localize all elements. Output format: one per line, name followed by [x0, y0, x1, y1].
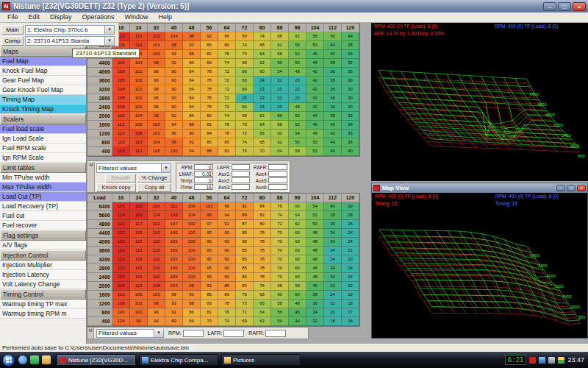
grid-cell[interactable]: 92: [165, 59, 183, 68]
grid-cell[interactable]: 90: [165, 85, 183, 94]
grid-cell[interactable]: 38: [306, 291, 324, 300]
grid-cell[interactable]: 66: [236, 103, 254, 112]
taskbar-button-pictures[interactable]: Pictures: [221, 354, 301, 366]
grid-cell[interactable]: 119: [130, 211, 148, 220]
grid-cell[interactable]: 46: [306, 50, 324, 59]
grid-cell[interactable]: 91: [165, 308, 183, 317]
grid-cell[interactable]: 34: [342, 121, 359, 130]
grid-cell[interactable]: 60: [289, 238, 306, 247]
grid-cell[interactable]: 50: [306, 138, 324, 147]
grid-cell[interactable]: 36: [324, 85, 342, 94]
grid-cell[interactable]: 66: [236, 85, 254, 94]
grid-cell[interactable]: 84: [183, 77, 201, 85]
grid-cell[interactable]: 74: [218, 59, 236, 68]
grid-cell[interactable]: 84: [183, 103, 201, 112]
grid-cell[interactable]: 64: [289, 211, 306, 220]
grid-cell[interactable]: 98: [165, 41, 183, 50]
grid-cell[interactable]: 100: [165, 147, 183, 156]
grid-cell[interactable]: 90: [183, 291, 201, 300]
grid-cell[interactable]: 38: [324, 112, 342, 121]
grid-cell[interactable]: 52: [289, 121, 306, 130]
grid-cell[interactable]: 115: [130, 238, 148, 247]
grid-cell[interactable]: 93: [201, 282, 218, 291]
grid-cell[interactable]: 62: [254, 59, 271, 68]
minimized-window-stub[interactable]: M: [87, 328, 94, 339]
grid-cell[interactable]: 70: [271, 238, 289, 247]
grid-cell[interactable]: 38: [342, 41, 359, 50]
grid-cell[interactable]: 34: [324, 229, 342, 238]
grid-cell[interactable]: 98: [183, 32, 201, 41]
menu-operations[interactable]: Operations: [77, 13, 120, 22]
grid-cell[interactable]: 22: [289, 85, 306, 94]
grid-cell[interactable]: 18: [342, 300, 359, 308]
grid-cell[interactable]: 52: [306, 147, 324, 156]
grid-cell[interactable]: 108: [112, 77, 130, 85]
grid-cell[interactable]: 46: [324, 147, 342, 156]
main-map-button[interactable]: Main: [1, 25, 24, 35]
grid-cell[interactable]: 30: [342, 77, 359, 85]
smooth-button[interactable]: Smooth: [105, 174, 136, 183]
grid-cell[interactable]: 42: [306, 77, 324, 85]
sidebar-item-fuel-rpm-scale[interactable]: Fuel RPM scale: [0, 144, 86, 153]
sidebar-item-volt-latency-change[interactable]: Volt Latency Change: [0, 280, 86, 289]
grid-cell[interactable]: 24: [254, 103, 271, 112]
grid-cell[interactable]: 85: [236, 229, 254, 238]
sidebar-item-max-tpulse-width[interactable]: Max TPulse width: [0, 183, 86, 192]
sidebar-item-min-tpulse-width[interactable]: Min TPulse width: [0, 173, 86, 183]
grid-cell[interactable]: 48: [306, 273, 324, 282]
grid-cell[interactable]: 98: [183, 282, 201, 291]
grid-cell[interactable]: 107: [165, 220, 183, 229]
grid-cell[interactable]: 116: [130, 32, 148, 41]
grid-cell[interactable]: 42: [306, 94, 324, 103]
panel-field-value[interactable]: [268, 184, 287, 190]
grid-cell[interactable]: 87: [236, 220, 254, 229]
grid-cell[interactable]: 79: [201, 317, 218, 326]
grid-cell[interactable]: 32: [342, 59, 359, 68]
grid-cell[interactable]: 111: [165, 202, 183, 211]
grid-cell[interactable]: 70: [271, 264, 289, 273]
chevron-down-icon[interactable]: ▼: [104, 37, 114, 45]
grid-cell[interactable]: 30: [342, 94, 359, 103]
grid-cell[interactable]: 80: [218, 291, 236, 300]
grid-cell[interactable]: 85: [236, 247, 254, 255]
grid-cell[interactable]: 112: [130, 147, 148, 156]
grid-cell[interactable]: 86: [218, 32, 236, 41]
sidebar-item-knock-timing-map[interactable]: Knock Timing Map: [0, 105, 86, 114]
grid-cell[interactable]: 38: [324, 211, 342, 220]
grid-cell[interactable]: 40: [342, 147, 359, 156]
grid-cell[interactable]: 90: [165, 103, 183, 112]
grid-cell[interactable]: 96: [165, 130, 183, 138]
grid-cell[interactable]: 34: [324, 238, 342, 247]
grid-cell[interactable]: 120: [112, 247, 130, 255]
grid-cell[interactable]: 34: [342, 50, 359, 59]
grid-cell[interactable]: 48: [306, 238, 324, 247]
grid-cell[interactable]: 22: [271, 77, 289, 85]
grid-cell[interactable]: 105: [165, 255, 183, 264]
sidebar-item-warmup-timing-rpm-m[interactable]: Warmup timing RPM m: [0, 309, 86, 319]
grid-cell[interactable]: 70: [236, 50, 254, 59]
grid-cell[interactable]: 80: [218, 41, 236, 50]
grid-cell[interactable]: 90: [218, 229, 236, 238]
grid-cell[interactable]: 32: [324, 282, 342, 291]
close-button[interactable]: ×: [577, 185, 586, 191]
grid-cell[interactable]: 48: [306, 130, 324, 138]
grid-cell[interactable]: 34: [324, 264, 342, 273]
menu-file[interactable]: File: [2, 13, 24, 22]
grid-cell[interactable]: 50: [306, 220, 324, 229]
chevron-down-icon[interactable]: ▼: [161, 164, 171, 172]
grid-cell[interactable]: 116: [148, 202, 165, 211]
grid-cell[interactable]: 81: [201, 308, 218, 317]
grid-cell[interactable]: 104: [165, 32, 183, 41]
grid-cell[interactable]: 120: [112, 238, 130, 247]
grid-cell[interactable]: 102: [130, 85, 148, 94]
grid-cell[interactable]: 108: [112, 300, 130, 308]
grid-cell[interactable]: 56: [271, 59, 289, 68]
grid-cell[interactable]: 24: [342, 229, 359, 238]
grid-cell[interactable]: 76: [254, 282, 271, 291]
grid-cell[interactable]: 115: [130, 273, 148, 282]
grid-cell[interactable]: 98: [148, 59, 165, 68]
grid-cell[interactable]: 36: [324, 94, 342, 103]
grid-cell[interactable]: 110: [148, 229, 165, 238]
grid-cell[interactable]: 48: [306, 229, 324, 238]
grid-cell[interactable]: 48: [306, 255, 324, 264]
